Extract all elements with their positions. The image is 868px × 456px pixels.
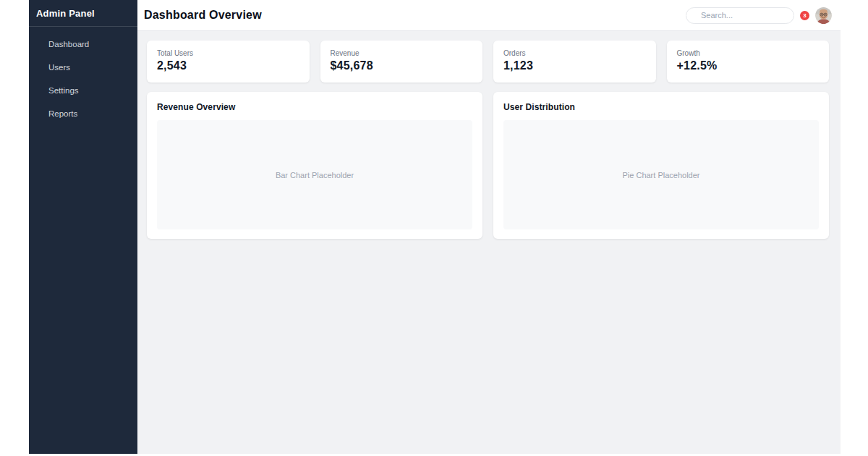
bar-chart-placeholder: Bar Chart Placeholder bbox=[157, 120, 472, 229]
admin-app: Admin Panel Dashboard Users Settings Rep… bbox=[29, 0, 841, 454]
stat-card-total-users: Total Users 2,543 bbox=[147, 41, 310, 83]
dashboard-content: Total Users 2,543 Revenue $45,678 Orders… bbox=[137, 31, 841, 454]
sidebar-item-reports[interactable]: Reports bbox=[29, 102, 137, 125]
stat-label: Revenue bbox=[331, 49, 473, 57]
sidebar-item-users[interactable]: Users bbox=[29, 56, 137, 79]
main-area: Dashboard Overview 3 bbox=[137, 0, 841, 454]
stat-label: Orders bbox=[503, 49, 646, 57]
charts-row: Revenue Overview Bar Chart Placeholder U… bbox=[147, 92, 829, 239]
chart-card-user-distribution: User Distribution Pie Chart Placeholder bbox=[493, 92, 829, 239]
sidebar-nav: Dashboard Users Settings Reports bbox=[29, 27, 137, 125]
stats-row: Total Users 2,543 Revenue $45,678 Orders… bbox=[147, 41, 829, 83]
stat-label: Growth bbox=[677, 49, 820, 57]
sidebar: Admin Panel Dashboard Users Settings Rep… bbox=[29, 0, 137, 454]
sidebar-item-settings[interactable]: Settings bbox=[29, 79, 137, 102]
sidebar-item-dashboard[interactable]: Dashboard bbox=[29, 33, 137, 56]
page-title: Dashboard Overview bbox=[144, 9, 262, 22]
stat-value: +12.5% bbox=[677, 59, 820, 72]
stat-card-growth: Growth +12.5% bbox=[667, 41, 830, 83]
notification-badge[interactable]: 3 bbox=[800, 11, 809, 20]
stat-value: 1,123 bbox=[503, 59, 646, 72]
stat-value: $45,678 bbox=[331, 59, 473, 72]
chart-title: User Distribution bbox=[503, 102, 819, 112]
stat-label: Total Users bbox=[157, 49, 299, 57]
chart-card-revenue-overview: Revenue Overview Bar Chart Placeholder bbox=[147, 92, 482, 239]
header: Dashboard Overview 3 bbox=[137, 0, 841, 31]
stat-card-orders: Orders 1,123 bbox=[493, 41, 656, 83]
user-avatar[interactable] bbox=[815, 7, 832, 24]
user-photo-icon bbox=[815, 7, 832, 24]
chart-title: Revenue Overview bbox=[157, 102, 472, 112]
header-actions: 3 bbox=[686, 7, 832, 24]
search-input[interactable] bbox=[686, 7, 794, 24]
stat-card-revenue: Revenue $45,678 bbox=[320, 41, 483, 83]
stat-value: 2,543 bbox=[157, 59, 299, 72]
sidebar-brand-title: Admin Panel bbox=[29, 0, 137, 27]
pie-chart-placeholder: Pie Chart Placeholder bbox=[503, 120, 819, 229]
